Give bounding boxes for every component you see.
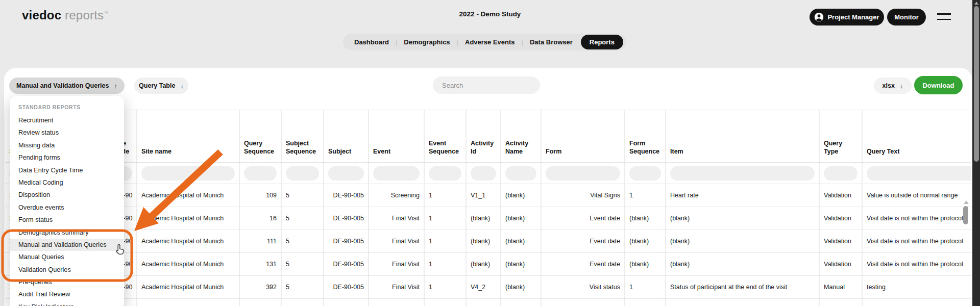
column-filter-input[interactable] (505, 166, 536, 181)
table-cell: 1 (625, 276, 666, 298)
table-row: 2DE-90Academic Hospital of Munich1315DE-… (5, 253, 971, 276)
column-filter-input[interactable] (429, 166, 461, 181)
page-scrollbar-thumb[interactable] (974, 6, 979, 162)
table-cell: DE-90-005 (324, 253, 369, 275)
report-selector-button[interactable]: Manual and Validation Queries ↑ (9, 78, 125, 94)
table-cell: (blank) (467, 230, 501, 252)
filter-cell (324, 163, 369, 184)
user-icon (814, 12, 824, 22)
menu-item-pre-queries[interactable]: Pre-queries (10, 276, 124, 288)
column-header: Query Text (863, 110, 971, 162)
role-monitor-button[interactable]: Monitor (887, 9, 926, 26)
table-cell: 1 (425, 276, 467, 298)
main-nav: Dashboard|Demographics|Adverse Events|Da… (343, 34, 626, 50)
menu-item-manual-queries[interactable]: Manual Queries (10, 251, 124, 263)
column-filter-input[interactable] (546, 166, 620, 181)
menu-item-pending-forms[interactable]: Pending forms (10, 151, 124, 164)
table-cell: 16 (240, 207, 282, 230)
column-header: Event Sequence (425, 110, 467, 162)
tab-demographics[interactable]: Demographics (404, 38, 450, 46)
table-cell: Validation (820, 253, 863, 275)
column-header: Form Sequence (625, 110, 666, 162)
table-cell: Academic Hospital of Munich (137, 276, 240, 298)
table-cell: 5 (282, 184, 324, 207)
column-filter-input[interactable] (373, 166, 420, 181)
role-project-manager-label: Project Manager (827, 13, 879, 21)
menu-item-medical-coding[interactable]: Medical Coding (10, 176, 124, 189)
column-filter-input[interactable] (286, 166, 319, 181)
role-project-manager-button[interactable]: Project Manager (810, 9, 884, 26)
hamburger-menu-icon[interactable] (937, 13, 951, 20)
table-cell: Manual (820, 276, 863, 298)
column-header: Activity Name (501, 110, 542, 162)
column-filter-input[interactable] (328, 166, 364, 181)
menu-item-key-risk-indicators[interactable]: Key Risk Indicators (10, 301, 124, 306)
logo-secondary: reports (61, 8, 104, 22)
column-filter-input[interactable] (141, 166, 235, 181)
menu-item-manual-and-validation-queries[interactable]: Manual and Validation Queries (10, 239, 124, 251)
role-monitor-label: Monitor (894, 13, 919, 21)
column-header: Subject (324, 110, 369, 162)
chevron-down-icon: ↓ (900, 82, 903, 90)
table-cell: Event date (542, 230, 625, 252)
export-format-selector[interactable]: xlsx ↓ (874, 78, 912, 94)
tab-adverse-events[interactable]: Adverse Events (465, 38, 515, 46)
search-icon (533, 81, 534, 90)
menu-item-missing-data[interactable]: Missing data (10, 139, 124, 151)
table-cell: Validation (820, 184, 863, 207)
column-filter-input[interactable] (629, 166, 661, 181)
table-scrollbar-thumb[interactable] (963, 206, 968, 224)
download-button[interactable]: Download (914, 76, 963, 94)
filter-cell (625, 163, 666, 184)
menu-item-validation-queries[interactable]: Validation Queries (10, 264, 124, 276)
tab-data-browser[interactable]: Data Browser (530, 38, 573, 46)
tab-dashboard[interactable]: Dashboard (354, 38, 389, 46)
table-cell: (blank) (625, 253, 666, 275)
menu-item-form-status[interactable]: Form status (10, 214, 124, 226)
table-cell: Visit status (542, 276, 625, 298)
page-scrollbar-track[interactable] (972, 0, 980, 306)
menu-item-review-status[interactable]: Review status (10, 126, 124, 139)
table-cell (666, 299, 820, 306)
tab-reports[interactable]: Reports (581, 35, 623, 49)
table-cell: DE-90-005 (324, 276, 369, 298)
column-filter-input[interactable] (244, 166, 277, 181)
table-cell: Final Visit (369, 276, 425, 298)
scroll-up-arrow-icon[interactable] (974, 2, 978, 5)
menu-item-disposition[interactable]: Disposition (10, 189, 124, 201)
table-cell: Visit date is not within the protocol (863, 207, 971, 230)
menu-item-audit-trail-review[interactable]: Audit Trail Review (10, 288, 124, 300)
menu-item-demographics-summary[interactable]: Demographics summary (10, 226, 124, 239)
table-cell: (blank) (501, 253, 542, 275)
column-filter-input[interactable] (824, 166, 857, 181)
menu-item-overdue-events[interactable]: Overdue events (10, 201, 124, 214)
filter-cell (425, 163, 467, 184)
table-cell: Academic Hospital of Munich (137, 184, 240, 207)
menu-item-recruitment[interactable]: Recruitment (10, 114, 124, 126)
table-cell: 1 (425, 230, 467, 252)
table-cell (467, 299, 501, 306)
table-cell: (blank) (501, 207, 542, 230)
table-cell: 5 (282, 276, 324, 298)
table-cell: (blank) (467, 207, 501, 230)
column-filter-input[interactable] (471, 166, 496, 181)
table-cell: 392 (240, 276, 282, 298)
column-filter-input[interactable] (867, 166, 971, 181)
column-filter-input[interactable] (670, 166, 815, 181)
export-format-label: xlsx (883, 82, 895, 89)
table-selector-button[interactable]: Query Table ↓ (134, 78, 188, 94)
column-header: Form (542, 110, 625, 162)
table-row-partial (5, 299, 971, 306)
menu-item-data-entry-cycle-time[interactable]: Data Entry Cycle Time (10, 164, 124, 176)
table-cell: 5 (282, 230, 324, 252)
tab-separator: | (396, 38, 397, 46)
table-cell (625, 299, 666, 306)
table-scroll-up-arrow-icon[interactable] (964, 200, 969, 204)
filter-cell (282, 163, 324, 184)
column-header: Subject Sequence (282, 110, 324, 162)
table-cell (863, 299, 971, 306)
table-cell (820, 299, 863, 306)
search-input[interactable] (441, 81, 533, 90)
filter-cell (666, 163, 820, 184)
table-cell: Status of participant at the end of the … (666, 276, 820, 298)
